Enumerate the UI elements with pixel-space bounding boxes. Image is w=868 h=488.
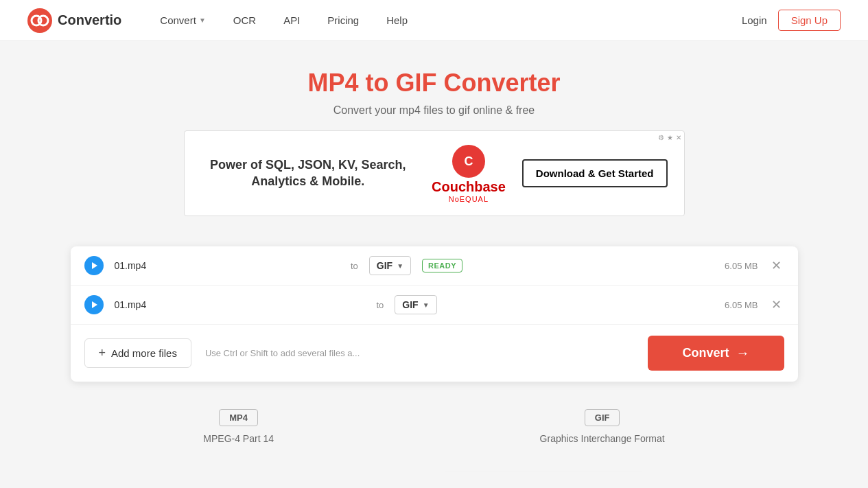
ad-logo: C Couchbase NoEQUAL: [432, 143, 506, 203]
ad-text: Power of SQL, JSON, KV, Search, Analytic…: [201, 157, 416, 189]
page-subtitle: Convert your mp4 files to gif online & f…: [14, 104, 854, 117]
format-selector-1[interactable]: GIF ▼: [369, 256, 411, 275]
file-remove-button-2[interactable]: ✕: [769, 297, 784, 312]
ad-cta-button[interactable]: Download & Get Started: [522, 159, 668, 187]
page-title: MP4 to GIF Converter: [14, 69, 854, 97]
format-selector-2[interactable]: GIF ▼: [395, 295, 436, 314]
file-play-button-2[interactable]: [84, 295, 104, 314]
convert-chevron-icon: ▼: [199, 16, 206, 24]
file-size-1: 6.05 MB: [710, 261, 758, 271]
nav-pricing[interactable]: Pricing: [316, 9, 370, 32]
navbar: Convertio Convert ▼ OCR API Pricing Help…: [0, 0, 868, 41]
plus-icon: +: [99, 346, 106, 360]
svg-marker-5: [92, 262, 97, 269]
format-chevron-icon-1: ▼: [397, 262, 403, 270]
navbar-actions: Login Sign Up: [742, 10, 841, 31]
nav-ocr[interactable]: OCR: [222, 9, 267, 32]
upload-area: 01.mp4 to GIF ▼ READY 6.05 MB ✕ 01.mp4 t…: [71, 246, 798, 382]
nav-convert[interactable]: Convert ▼: [149, 9, 216, 32]
nav-help[interactable]: Help: [375, 9, 419, 32]
format-label-mp4: MPEG-4 Part 14: [203, 433, 274, 444]
format-chevron-icon-2: ▼: [423, 301, 430, 309]
convert-label: Convert: [682, 346, 729, 360]
format-label-gif: Graphics Interchange Format: [540, 433, 665, 444]
ad-badge: ⚙ ★ ✕: [658, 134, 681, 141]
format-badge-gif: GIF: [585, 409, 620, 426]
logo-link[interactable]: Convertio: [27, 8, 121, 33]
info-card-mp4: MP4 MPEG-4 Part 14: [203, 409, 274, 444]
main-nav: Convert ▼ OCR API Pricing Help: [149, 9, 742, 32]
file-size-2: 6.05 MB: [710, 300, 758, 310]
logo-icon: [27, 8, 52, 33]
couchbase-logo-icon: C: [451, 143, 486, 179]
file-row-2: 01.mp4 to GIF ▼ 6.05 MB ✕: [71, 286, 798, 325]
file-to-label-2: to: [376, 300, 384, 310]
svg-text:C: C: [464, 154, 473, 168]
convert-button[interactable]: Convert →: [648, 336, 784, 371]
ad-banner: ⚙ ★ ✕ Power of SQL, JSON, KV, Search, An…: [184, 130, 685, 216]
svg-marker-6: [92, 301, 97, 308]
status-badge-1: READY: [422, 259, 462, 272]
file-name-2: 01.mp4: [115, 299, 366, 310]
couchbase-sub: NoEQUAL: [449, 195, 489, 203]
file-to-label-1: to: [351, 261, 358, 271]
login-button[interactable]: Login: [742, 14, 767, 26]
signup-button[interactable]: Sign Up: [778, 10, 841, 31]
nav-api[interactable]: API: [272, 9, 311, 32]
file-name-1: 01.mp4: [115, 260, 340, 271]
add-files-button[interactable]: + Add more files: [84, 338, 191, 368]
main-content: 01.mp4 to GIF ▼ READY 6.05 MB ✕ 01.mp4 t…: [57, 246, 812, 472]
bottom-bar: + Add more files Use Ctrl or Shift to ad…: [71, 325, 798, 382]
add-files-label: Add more files: [111, 347, 177, 359]
info-card-gif: GIF Graphics Interchange Format: [540, 409, 665, 444]
format-badge-mp4: MP4: [219, 409, 258, 426]
logo-text: Convertio: [58, 12, 121, 28]
hint-text: Use Ctrl or Shift to add several files a…: [205, 348, 360, 358]
file-play-button-1[interactable]: [84, 256, 104, 275]
couchbase-name: Couchbase: [432, 179, 506, 195]
arrow-icon: →: [736, 345, 750, 361]
hero-section: MP4 to GIF Converter Convert your mp4 fi…: [0, 41, 868, 246]
file-remove-button-1[interactable]: ✕: [769, 258, 784, 273]
bottom-info: MP4 MPEG-4 Part 14 GIF Graphics Intercha…: [71, 382, 798, 472]
file-row: 01.mp4 to GIF ▼ READY 6.05 MB ✕: [71, 246, 798, 286]
